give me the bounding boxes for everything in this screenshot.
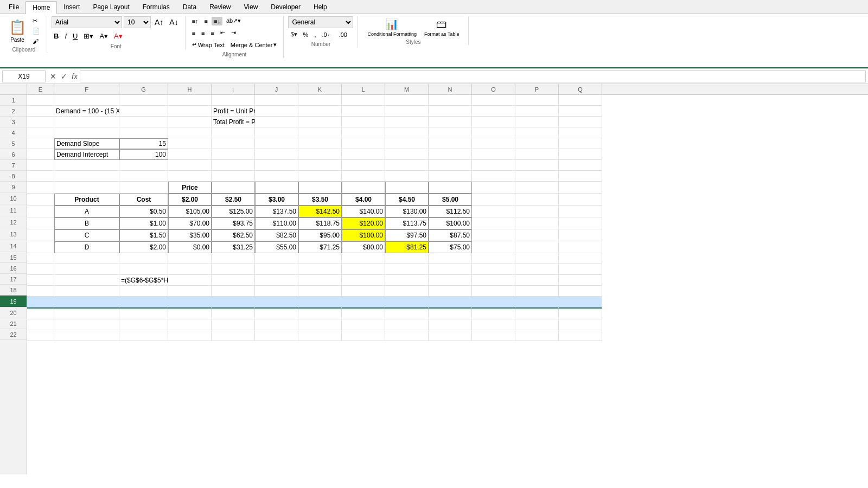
col-header-e[interactable]: E xyxy=(27,84,54,94)
cell-g5[interactable]: 15 xyxy=(119,138,168,149)
cell-i8[interactable] xyxy=(212,171,255,182)
cell-e17[interactable] xyxy=(27,275,54,286)
cell-o14[interactable] xyxy=(472,241,515,253)
cell-i12[interactable]: $93.75 xyxy=(212,217,255,229)
cell-p10[interactable] xyxy=(515,194,559,206)
tab-review[interactable]: Review xyxy=(203,1,237,14)
cell-p15[interactable] xyxy=(515,253,559,264)
cell-l11[interactable]: $140.00 xyxy=(342,206,385,217)
cell-j17[interactable] xyxy=(255,275,298,286)
cell-m18[interactable] xyxy=(385,286,429,297)
cell-n12[interactable]: $100.00 xyxy=(429,217,472,229)
cell-h6[interactable] xyxy=(168,149,212,160)
cell-p13[interactable] xyxy=(515,229,559,241)
cell-o20[interactable] xyxy=(472,309,515,319)
cell-i21[interactable] xyxy=(212,319,255,330)
cell-g4[interactable] xyxy=(119,127,168,138)
function-button[interactable]: fx xyxy=(69,72,80,81)
cell-k16[interactable] xyxy=(298,264,342,275)
cell-e8[interactable] xyxy=(27,171,54,182)
cell-f10[interactable]: Product xyxy=(54,194,119,206)
cell-e5[interactable] xyxy=(27,138,54,149)
cell-l2[interactable] xyxy=(342,106,385,117)
cell-g14[interactable]: $2.00 xyxy=(119,241,168,253)
cell-f19[interactable] xyxy=(54,297,119,309)
row-header-21[interactable]: 21 xyxy=(0,318,27,329)
cell-f9[interactable] xyxy=(54,182,119,194)
cell-i13[interactable]: $62.50 xyxy=(212,229,255,241)
row-header-1[interactable]: 1 xyxy=(0,95,27,106)
cell-o19[interactable] xyxy=(472,297,515,309)
row-header-2[interactable]: 2 xyxy=(0,106,27,117)
cell-g7[interactable] xyxy=(119,160,168,171)
cell-e21[interactable] xyxy=(27,319,54,330)
cell-h1[interactable] xyxy=(168,95,212,106)
cell-q19[interactable] xyxy=(559,297,602,309)
col-header-q[interactable]: Q xyxy=(559,84,602,94)
cell-m17[interactable] xyxy=(385,275,429,286)
cell-p3[interactable] xyxy=(515,117,559,127)
cell-q22[interactable] xyxy=(559,330,602,341)
cell-l17[interactable] xyxy=(342,275,385,286)
row-header-5[interactable]: 5 xyxy=(0,138,27,149)
cell-l6[interactable] xyxy=(342,149,385,160)
cell-j19[interactable] xyxy=(255,297,298,309)
percent-button[interactable]: % xyxy=(301,30,311,39)
align-middle-button[interactable]: ≡ xyxy=(202,17,210,25)
col-header-g[interactable]: G xyxy=(119,84,168,94)
cell-i18[interactable] xyxy=(212,286,255,297)
cell-n20[interactable] xyxy=(429,309,472,319)
cell-g10[interactable]: Cost xyxy=(119,194,168,206)
cell-i2[interactable]: Profit = Unit Price - Unit Cost xyxy=(212,106,255,117)
cell-reference-box[interactable] xyxy=(2,70,46,82)
cell-f21[interactable] xyxy=(54,319,119,330)
cell-k18[interactable] xyxy=(298,286,342,297)
cell-l22[interactable] xyxy=(342,330,385,341)
cell-i15[interactable] xyxy=(212,253,255,264)
cell-e6[interactable] xyxy=(27,149,54,160)
cell-j15[interactable] xyxy=(255,253,298,264)
cell-h17[interactable] xyxy=(168,275,212,286)
cell-f20[interactable] xyxy=(54,309,119,319)
fill-color-button[interactable]: A▾ xyxy=(97,31,110,41)
cell-g16[interactable] xyxy=(119,264,168,275)
cell-i16[interactable] xyxy=(212,264,255,275)
cell-p12[interactable] xyxy=(515,217,559,229)
row-header-10[interactable]: 10 xyxy=(0,192,27,204)
cell-l5[interactable] xyxy=(342,138,385,149)
cell-n8[interactable] xyxy=(429,171,472,182)
format-as-table-button[interactable]: 🗃 Format as Table xyxy=(421,17,462,38)
cell-e12[interactable] xyxy=(27,217,54,229)
decrease-decimal-button[interactable]: .0← xyxy=(320,30,335,39)
cell-l4[interactable] xyxy=(342,127,385,138)
cell-f5[interactable]: Demand Slope xyxy=(54,138,119,149)
cell-k6[interactable] xyxy=(298,149,342,160)
cut-button[interactable]: ✂ xyxy=(30,16,42,25)
cell-l21[interactable] xyxy=(342,319,385,330)
formula-input[interactable] xyxy=(80,70,866,82)
cell-e20[interactable] xyxy=(27,309,54,319)
cell-g12[interactable]: $1.00 xyxy=(119,217,168,229)
cell-h13[interactable]: $35.00 xyxy=(168,229,212,241)
comma-button[interactable]: , xyxy=(312,30,318,39)
align-top-button[interactable]: ≡↑ xyxy=(190,17,201,25)
row-header-15[interactable]: 15 xyxy=(0,252,27,263)
cell-f7[interactable] xyxy=(54,160,119,171)
cell-m20[interactable] xyxy=(385,309,429,319)
cell-k13[interactable]: $95.00 xyxy=(298,229,342,241)
tab-home[interactable]: Home xyxy=(25,1,57,14)
cell-i7[interactable] xyxy=(212,160,255,171)
cell-o16[interactable] xyxy=(472,264,515,275)
cell-m1[interactable] xyxy=(385,95,429,106)
cell-n11[interactable]: $112.50 xyxy=(429,206,472,217)
col-header-l[interactable]: L xyxy=(342,84,385,94)
cell-o5[interactable] xyxy=(472,138,515,149)
cell-f14[interactable]: D xyxy=(54,241,119,253)
cell-n15[interactable] xyxy=(429,253,472,264)
cell-h9[interactable]: Price xyxy=(168,182,212,194)
cell-i4[interactable] xyxy=(212,127,255,138)
cell-q3[interactable] xyxy=(559,117,602,127)
cell-g6[interactable]: 100 xyxy=(119,149,168,160)
currency-button[interactable]: $▾ xyxy=(288,30,299,39)
cell-q15[interactable] xyxy=(559,253,602,264)
